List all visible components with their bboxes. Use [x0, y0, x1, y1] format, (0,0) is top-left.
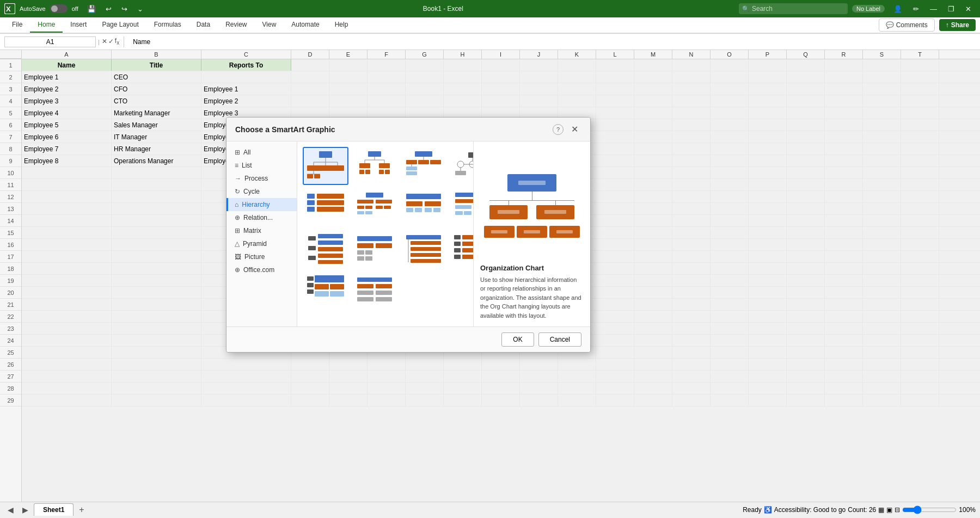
dialog-overlay: Choose a SmartArt Graphic ? ✕ ⊞ All ≡ Li… — [0, 0, 980, 517]
svg-rect-101 — [307, 276, 314, 281]
svg-rect-90 — [411, 247, 441, 251]
sidebar-label-matrix: Matrix — [243, 227, 261, 235]
smartart-org-chart[interactable] — [303, 147, 348, 185]
sidebar-item-all[interactable]: ⊞ All — [226, 146, 297, 159]
svg-rect-85 — [365, 250, 372, 255]
svg-rect-68 — [455, 211, 463, 215]
svg-rect-61 — [415, 208, 422, 212]
svg-rect-32 — [406, 166, 417, 170]
sidebar-item-pyramid[interactable]: △ Pyramid — [226, 237, 297, 250]
sidebar-label-picture: Picture — [244, 253, 265, 261]
sidebar-label-relationship: Relation... — [243, 214, 273, 221]
relationship-icon: ⊕ — [235, 214, 240, 221]
svg-rect-87 — [406, 235, 441, 239]
sidebar-item-officecom[interactable]: ⊕ Office.com — [226, 263, 297, 276]
svg-rect-56 — [365, 211, 372, 214]
svg-rect-25 — [385, 170, 390, 174]
sidebar-item-matrix[interactable]: ⊞ Matrix — [226, 224, 297, 237]
svg-rect-78 — [318, 254, 343, 258]
svg-rect-46 — [317, 200, 344, 205]
svg-rect-65 — [455, 199, 473, 203]
svg-rect-98 — [462, 242, 473, 246]
dialog-sidebar: ⊞ All ≡ List → Process ↻ Cycle ⌂ Hiera — [226, 141, 297, 326]
dialog-preview: Organization Chart Use to show hierarchi… — [473, 141, 590, 326]
sidebar-item-hierarchy[interactable]: ⌂ Hierarchy — [226, 198, 297, 211]
svg-rect-94 — [454, 242, 461, 246]
smartart-hierarchy-2[interactable] — [352, 147, 397, 185]
svg-rect-63 — [433, 208, 440, 212]
process-icon: → — [235, 175, 241, 182]
sidebar-item-relationship[interactable]: ⊕ Relation... — [226, 211, 297, 224]
svg-rect-21 — [379, 163, 390, 168]
dialog-help-button[interactable]: ? — [553, 124, 564, 135]
svg-rect-109 — [357, 278, 392, 282]
svg-rect-102 — [307, 283, 314, 287]
svg-rect-45 — [317, 194, 344, 199]
svg-rect-89 — [411, 241, 441, 245]
smartart-hierarchy-9[interactable] — [303, 230, 348, 268]
svg-rect-49 — [357, 200, 373, 203]
dialog-close-button[interactable]: ✕ — [568, 123, 581, 135]
smartart-hierarchy-3[interactable] — [401, 147, 446, 185]
svg-rect-62 — [425, 208, 432, 212]
org-chart-preview — [484, 174, 580, 238]
svg-rect-103 — [307, 289, 314, 294]
svg-rect-20 — [359, 163, 370, 168]
svg-rect-82 — [376, 243, 392, 248]
svg-rect-75 — [308, 246, 316, 250]
smartart-hierarchy-13[interactable] — [303, 271, 348, 309]
svg-rect-95 — [454, 248, 461, 252]
dialog-header-icons: ? ✕ — [553, 123, 581, 135]
smartart-hierarchy-4[interactable] — [450, 147, 473, 185]
dialog-title: Choose a SmartArt Graphic — [235, 125, 335, 134]
svg-rect-15 — [368, 151, 381, 157]
sidebar-item-cycle[interactable]: ↻ Cycle — [226, 185, 297, 198]
svg-rect-66 — [455, 205, 471, 209]
list-icon: ≡ — [235, 162, 238, 169]
smartart-hierarchy-5[interactable] — [303, 188, 348, 226]
officecom-icon: ⊕ — [235, 266, 240, 274]
smartart-hierarchy-12[interactable] — [450, 230, 473, 268]
smartart-hierarchy-7[interactable] — [401, 188, 446, 226]
hierarchy-10-svg — [355, 233, 394, 264]
svg-rect-2 — [319, 151, 332, 158]
svg-rect-48 — [366, 193, 383, 198]
svg-rect-54 — [384, 206, 391, 209]
svg-rect-51 — [357, 206, 364, 209]
smartart-hierarchy-6[interactable] — [352, 188, 397, 226]
hierarchy-8-svg — [453, 192, 473, 223]
svg-point-36 — [457, 161, 464, 168]
hierarchy-5-svg — [306, 192, 345, 223]
sidebar-item-picture[interactable]: 🖼 Picture — [226, 250, 297, 263]
sidebar-label-all: All — [243, 149, 250, 156]
hierarchy-9-svg — [306, 233, 345, 264]
ok-button[interactable]: OK — [501, 332, 534, 347]
svg-rect-55 — [357, 211, 364, 214]
cancel-button[interactable]: Cancel — [538, 332, 581, 347]
svg-rect-72 — [308, 236, 316, 240]
hierarchy-6-svg — [355, 192, 394, 223]
svg-rect-29 — [418, 160, 429, 164]
svg-rect-91 — [411, 253, 441, 257]
preview-description: Use to show hierarchical information or … — [480, 275, 584, 320]
smartart-hierarchy-14[interactable] — [352, 271, 397, 309]
svg-rect-93 — [454, 235, 461, 239]
smartart-hierarchy-8[interactable] — [450, 188, 473, 226]
smartart-hierarchy-11[interactable] — [401, 230, 446, 268]
svg-rect-14 — [314, 174, 320, 178]
hierarchy-3-svg — [404, 150, 443, 182]
smartart-hierarchy-10[interactable] — [352, 230, 397, 268]
org-chart-svg — [306, 150, 345, 182]
svg-rect-114 — [357, 297, 373, 301]
svg-rect-26 — [415, 151, 432, 157]
svg-rect-41 — [455, 171, 466, 175]
svg-rect-60 — [406, 208, 413, 212]
svg-rect-30 — [430, 160, 441, 164]
svg-rect-10 — [331, 165, 344, 171]
svg-rect-73 — [318, 234, 343, 238]
svg-rect-59 — [425, 201, 441, 206]
sidebar-item-list[interactable]: ≡ List — [226, 159, 297, 172]
sidebar-item-process[interactable]: → Process — [226, 172, 297, 185]
svg-rect-53 — [376, 206, 383, 209]
sidebar-label-officecom: Office.com — [243, 266, 274, 274]
